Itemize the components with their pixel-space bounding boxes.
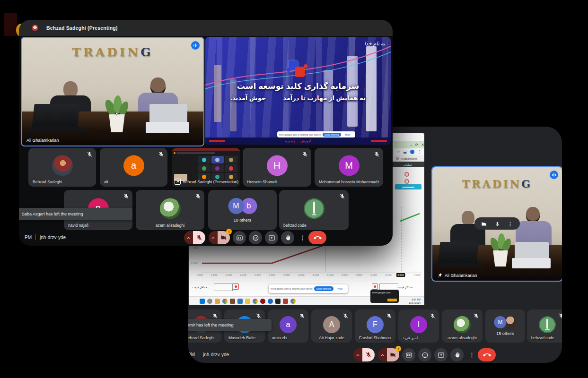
reactions-button[interactable] bbox=[249, 231, 262, 244]
reload-icon[interactable]: ⟳ bbox=[415, 143, 419, 147]
folder-icon bbox=[396, 157, 399, 160]
meeting-code: jnh-drzv-yde bbox=[203, 352, 229, 357]
laptop-base bbox=[29, 127, 84, 131]
more-options-button[interactable] bbox=[466, 348, 477, 361]
mic-off-icon bbox=[255, 312, 262, 318]
mic-off-icon bbox=[196, 234, 202, 241]
audio-indicator-icon bbox=[550, 171, 558, 179]
taskbar-icon[interactable] bbox=[260, 299, 265, 304]
avatar: I bbox=[410, 316, 427, 333]
camera-off-icon[interactable] bbox=[481, 221, 487, 227]
laptop-base bbox=[436, 263, 483, 266]
taskbar-icon[interactable] bbox=[283, 299, 288, 304]
folder-icon[interactable] bbox=[215, 299, 220, 304]
mic-options-chevron[interactable] bbox=[184, 231, 193, 244]
window-titlebar[interactable]: Behzad Sadeghi (Presenting) bbox=[19, 20, 393, 36]
others-tile[interactable]: M b 10 others bbox=[208, 190, 277, 230]
camera-off-button[interactable]: ! bbox=[387, 348, 399, 361]
participant-tile[interactable]: behzad code bbox=[527, 309, 562, 343]
page-red-icon[interactable] bbox=[404, 179, 409, 184]
camera-tile[interactable]: TRADING Ali Ghalamkarian bbox=[21, 37, 204, 146]
participant-tile[interactable]: a ali bbox=[100, 148, 167, 187]
taskbar-icon[interactable] bbox=[268, 299, 273, 304]
taskbar-icon[interactable] bbox=[245, 299, 250, 304]
taskbar-icon[interactable] bbox=[230, 299, 235, 304]
screen-share-preview-tile[interactable]: Behzad Sadeghi (Presentation) bbox=[172, 148, 240, 187]
close-icon[interactable]: ✕ bbox=[421, 143, 424, 147]
download-icon[interactable]: ⬓ bbox=[403, 150, 407, 154]
page-red-icon[interactable] bbox=[404, 172, 409, 177]
browser-toolbar: ☆ ⬓ ⋮ bbox=[394, 148, 424, 155]
taskbar-preview-popup[interactable]: meet.google.com bbox=[370, 290, 399, 303]
chrome-icon[interactable] bbox=[253, 299, 258, 304]
meet-control-bar: PM jnh-drzv-yde ! bbox=[19, 230, 393, 246]
mic-icon[interactable] bbox=[494, 221, 500, 227]
presentation-tile[interactable]: به نام خدا سرمایه گذاری کلید توسعه است ب… bbox=[205, 37, 391, 145]
participant-tile[interactable]: I امیر فرید bbox=[398, 309, 439, 343]
participant-tile[interactable]: H Hossein Shameli bbox=[243, 148, 311, 187]
mic-muted-button[interactable] bbox=[193, 231, 205, 244]
chrome-icon[interactable] bbox=[222, 299, 228, 304]
tablet-keyboard bbox=[146, 122, 189, 133]
broker-logo-icon[interactable] bbox=[233, 284, 239, 290]
hide-banner-button[interactable]: Hide bbox=[342, 133, 353, 137]
search-icon[interactable] bbox=[207, 299, 212, 304]
camera-off-button[interactable]: ! bbox=[218, 231, 230, 244]
participant-label-row: Ali Ghalamkarian bbox=[437, 273, 477, 278]
participant-tile[interactable]: F Farshid Shahman... bbox=[355, 309, 395, 343]
mic-muted-button[interactable] bbox=[362, 348, 375, 361]
raise-hand-button[interactable] bbox=[281, 231, 294, 244]
menu-dots-icon[interactable]: ⋮ bbox=[417, 150, 421, 154]
captions-button[interactable] bbox=[402, 348, 415, 361]
participant-tile[interactable]: behzad code bbox=[279, 190, 349, 230]
participant-tile[interactable]: A Ati Hajar zade bbox=[311, 309, 352, 343]
room-scene: TRADING bbox=[22, 38, 203, 146]
mic-options-chevron[interactable] bbox=[353, 348, 362, 361]
front-meet-window[interactable]: Behzad Sadeghi (Presenting) TRADING Ali … bbox=[19, 20, 393, 246]
stop-sharing-button[interactable]: Stop sharing bbox=[314, 286, 333, 291]
camera-options-chevron[interactable] bbox=[209, 231, 218, 244]
chrome-icon[interactable] bbox=[290, 299, 296, 304]
start-button-icon[interactable] bbox=[200, 299, 205, 304]
participant-tile[interactable]: a amin ebi bbox=[268, 309, 308, 343]
taskbar-icon[interactable] bbox=[237, 299, 243, 304]
end-call-button[interactable] bbox=[478, 348, 496, 361]
minimize-icon[interactable]: – bbox=[410, 143, 412, 147]
reactions-button[interactable] bbox=[418, 348, 431, 361]
broker-logo-icon[interactable] bbox=[372, 284, 378, 290]
participant-tile[interactable]: azam alisadeghi bbox=[442, 309, 483, 343]
others-count: 15 others bbox=[485, 331, 525, 336]
ticker-text: آموزش … زنجیره bbox=[285, 139, 311, 143]
more-options-icon[interactable] bbox=[507, 221, 513, 227]
min-price-input[interactable] bbox=[214, 284, 233, 291]
bookmarks-bar[interactable]: All Bookmarks bbox=[394, 155, 424, 162]
meet-control-bar: PM jnh-drzv-yde ! bbox=[188, 347, 562, 363]
taskbar-clock[interactable]: 6:47 PM 11/17/2024 bbox=[409, 298, 421, 304]
profile-avatar[interactable] bbox=[410, 150, 414, 154]
taskbar-icon[interactable] bbox=[275, 299, 281, 304]
bookmark-star-icon[interactable]: ☆ bbox=[397, 150, 400, 154]
others-tile[interactable]: M 15 others bbox=[485, 309, 525, 343]
stop-sharing-button[interactable]: Stop sharing bbox=[323, 133, 341, 137]
present-button[interactable] bbox=[265, 231, 278, 244]
tile-hover-controls[interactable] bbox=[474, 217, 520, 230]
page-cyan-button[interactable] bbox=[395, 184, 421, 189]
camera-tile[interactable]: TRADING Ali Ghalamkarian bbox=[431, 166, 562, 282]
leave-toast: Saba Asgari has left the meeting bbox=[19, 208, 132, 220]
avatar bbox=[454, 316, 471, 333]
raise-hand-button[interactable] bbox=[450, 348, 464, 361]
captions-button[interactable] bbox=[233, 231, 246, 244]
participant-tile[interactable]: Behzad Sadeghi bbox=[28, 148, 96, 187]
participant-tile[interactable]: azam alisadeghi bbox=[136, 190, 204, 230]
present-button[interactable] bbox=[434, 348, 448, 361]
participant-tile[interactable]: M Mohammad hossein Mohammadz... bbox=[315, 148, 383, 187]
audio-indicator-icon bbox=[191, 41, 200, 50]
browser-titlebar: – ⟳ ✕ bbox=[394, 141, 424, 148]
slide-logo bbox=[289, 60, 306, 77]
hide-banner-button[interactable]: Hide bbox=[335, 287, 346, 291]
screen-share-icon bbox=[175, 179, 181, 185]
camera-options-chevron[interactable] bbox=[378, 348, 387, 361]
more-options-button[interactable] bbox=[297, 231, 307, 244]
person-left-head bbox=[462, 211, 474, 225]
end-call-button[interactable] bbox=[308, 231, 326, 244]
